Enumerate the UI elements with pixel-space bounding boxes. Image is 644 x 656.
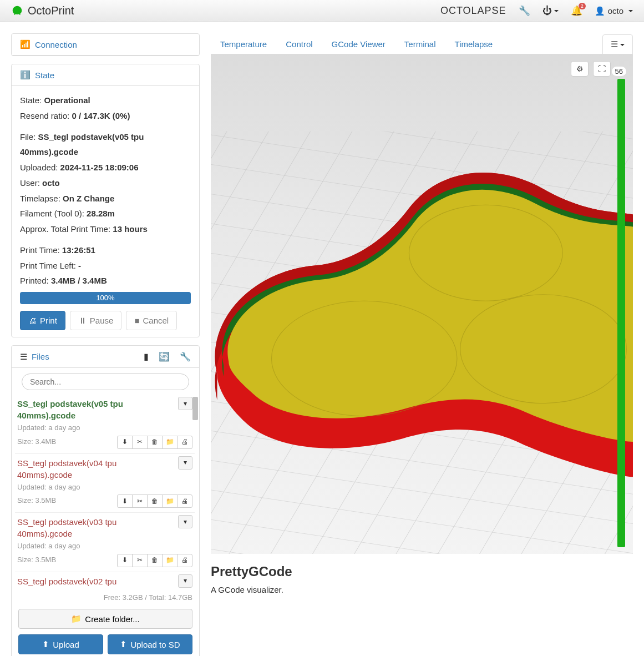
info-icon: ℹ️ — [20, 70, 31, 80]
tab-gcode-viewer[interactable]: GCode Viewer — [322, 33, 395, 54]
file-list[interactable]: ▾ SS_tegl podstavek(v05 tpu 40mms).gcode… — [12, 395, 199, 589]
file-item[interactable]: ▾ SS_tegl podstavek(v03 tpu 40mms).gcode… — [15, 512, 195, 572]
file-size: Size: 3.4MB — [17, 436, 118, 447]
gcode-visualization — [211, 54, 633, 554]
expand-button[interactable]: ▾ — [178, 456, 192, 470]
state-panel: ℹ️ State State: Operational Resend ratio… — [11, 64, 200, 337]
slice-icon[interactable]: ✂ — [132, 554, 148, 567]
folder-icon[interactable]: 📁 — [162, 436, 178, 449]
upload-button[interactable]: ⬆Upload — [18, 634, 103, 654]
layer-slider[interactable] — [617, 79, 625, 547]
print-icon[interactable]: 🖨 — [177, 436, 192, 449]
progress-fill: 100% — [20, 292, 191, 304]
notifications-icon[interactable]: 🔔2 — [571, 5, 582, 17]
upload-icon: ⬆ — [42, 639, 49, 649]
signal-icon: 📶 — [20, 39, 31, 49]
print-button[interactable]: 🖨Print — [20, 311, 65, 330]
viewer-fullscreen-button[interactable]: ⛶ — [593, 61, 611, 77]
search-input[interactable] — [22, 374, 189, 390]
state-heading[interactable]: ℹ️ State — [12, 64, 199, 86]
print-icon: 🖨 — [28, 316, 37, 325]
file-actions: ⬇ ✂ 🗑 📁 🖨 — [118, 554, 192, 567]
delete-icon[interactable]: 🗑 — [147, 494, 163, 508]
file-updated: Updated: a day ago — [17, 541, 192, 552]
pause-icon: ⏸ — [78, 316, 87, 325]
file-name[interactable]: SS_tegl podstavek(v03 tpu 40mms).gcode — [17, 516, 192, 539]
navbar-right: OCTOLAPSE 🔧 ⏻ 🔔2 👤 octo — [440, 5, 633, 17]
gcode-viewer[interactable]: ⚙ ⛶ 56 — [211, 54, 633, 554]
file-item[interactable]: ▾ SS_tegl podstavek(v04 tpu 40mms).gcode… — [15, 453, 195, 513]
tab-temperature[interactable]: Temperature — [211, 33, 276, 54]
print-icon[interactable]: 🖨 — [177, 494, 192, 508]
connection-heading[interactable]: 📶 Connection — [12, 34, 199, 55]
octolapse-link[interactable]: OCTOLAPSE — [440, 5, 506, 17]
notification-badge: 2 — [579, 3, 586, 9]
refresh-icon[interactable]: 🔄 — [159, 351, 170, 362]
sd-icon[interactable]: ▮ — [144, 351, 149, 362]
file-item[interactable]: ▾ SS_tegl podstavek(v02 tpu 40mms).gcode — [15, 572, 195, 589]
tabs: Temperature Control GCode Viewer Termina… — [211, 33, 633, 54]
slice-icon[interactable]: ✂ — [132, 494, 148, 508]
file-item[interactable]: ▾ SS_tegl podstavek(v05 tpu 40mms).gcode… — [15, 395, 195, 453]
files-heading[interactable]: ☰ Files ▮ 🔄 🔧 — [12, 346, 199, 368]
tab-terminal[interactable]: Terminal — [395, 33, 445, 54]
viewer-description: A GCode visualizer. — [211, 585, 633, 594]
tab-timelapse[interactable]: Timelapse — [445, 33, 503, 54]
file-updated: Updated: a day ago — [17, 422, 192, 433]
file-name[interactable]: SS_tegl podstavek(v04 tpu 40mms).gcode — [17, 457, 192, 481]
octoprint-logo-icon — [11, 5, 23, 17]
download-icon[interactable]: ⬇ — [117, 436, 133, 449]
list-icon: ☰ — [20, 352, 27, 362]
wrench-icon[interactable]: 🔧 — [180, 351, 191, 362]
upload-sd-button[interactable]: ⬆Upload to SD — [108, 634, 192, 654]
expand-button[interactable]: ▾ — [178, 515, 192, 528]
folder-icon: 📁 — [71, 614, 82, 624]
layer-number: 56 — [612, 67, 626, 76]
slice-icon[interactable]: ✂ — [132, 436, 148, 449]
download-icon[interactable]: ⬇ — [117, 494, 133, 508]
file-size: Size: 3.5MB — [17, 495, 118, 506]
upload-icon: ⬆ — [120, 639, 127, 649]
tab-control[interactable]: Control — [276, 33, 322, 54]
file-actions: ⬇ ✂ 🗑 📁 🖨 — [118, 436, 192, 449]
connection-panel: 📶 Connection — [11, 33, 200, 56]
cancel-button[interactable]: ■Cancel — [126, 311, 177, 330]
folder-icon[interactable]: 📁 — [162, 554, 178, 567]
file-actions: ⬇ ✂ 🗑 📁 🖨 — [118, 494, 192, 508]
power-icon[interactable]: ⏻ — [542, 6, 559, 17]
folder-icon[interactable]: 📁 — [162, 494, 178, 508]
delete-icon[interactable]: 🗑 — [147, 436, 163, 449]
brand-text: OctoPrint — [28, 4, 74, 17]
viewer-footer: PrettyGCode A GCode visualizer. — [211, 554, 633, 594]
brand[interactable]: OctoPrint — [11, 4, 74, 17]
tab-menu-button[interactable]: ☰ — [602, 34, 633, 54]
expand-button[interactable]: ▾ — [178, 574, 192, 588]
navbar: OctoPrint OCTOLAPSE 🔧 ⏻ 🔔2 👤 octo — [0, 0, 644, 22]
delete-icon[interactable]: 🗑 — [147, 554, 163, 567]
viewer-settings-button[interactable]: ⚙ — [571, 61, 589, 77]
settings-icon[interactable]: 🔧 — [519, 5, 530, 17]
create-folder-button[interactable]: 📁Create folder... — [18, 609, 192, 629]
expand-button[interactable]: ▾ — [178, 397, 192, 410]
cancel-icon: ■ — [134, 316, 139, 325]
viewer-title: PrettyGCode — [211, 564, 633, 579]
download-icon[interactable]: ⬇ — [117, 554, 133, 567]
files-title: Files — [32, 352, 49, 361]
storage-info: Free: 3.2GB / Total: 14.7GB — [12, 589, 199, 609]
files-panel: ☰ Files ▮ 🔄 🔧 ▾ SS_tegl podstavek(v05 tp… — [11, 345, 200, 656]
file-size: Size: 3.5MB — [17, 554, 118, 566]
file-name[interactable]: SS_tegl podstavek(v05 tpu 40mms).gcode — [17, 398, 192, 421]
file-name[interactable]: SS_tegl podstavek(v02 tpu 40mms).gcode — [17, 576, 192, 589]
connection-title: Connection — [35, 40, 77, 49]
pause-button[interactable]: ⏸Pause — [70, 311, 122, 330]
file-updated: Updated: a day ago — [17, 482, 192, 493]
user-menu[interactable]: 👤 octo — [595, 6, 633, 16]
print-icon[interactable]: 🖨 — [177, 554, 192, 567]
state-title: State — [35, 70, 54, 80]
progress-bar: 100% — [20, 292, 191, 304]
